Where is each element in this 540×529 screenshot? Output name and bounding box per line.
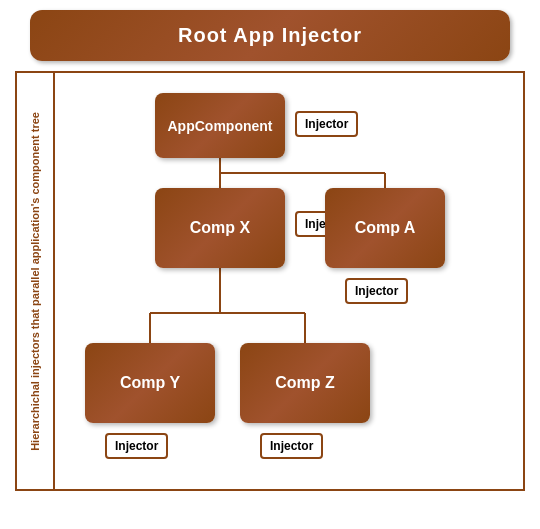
diagram-area: Hierarchichal injectors that parallel ap…	[15, 71, 525, 491]
comp-a-injector: Injector	[345, 278, 408, 304]
root-banner: Root App Injector	[30, 10, 510, 61]
app-component-label: AppComponent	[168, 118, 273, 134]
comp-a-node: Comp A	[325, 188, 445, 268]
connector-lines	[55, 73, 523, 489]
comp-z-node: Comp Z	[240, 343, 370, 423]
sidebar-text: Hierarchichal injectors that parallel ap…	[28, 112, 42, 451]
comp-z-injector: Injector	[260, 433, 323, 459]
comp-x-label: Comp X	[190, 219, 250, 237]
comp-y-node: Comp Y	[85, 343, 215, 423]
root-banner-title: Root App Injector	[178, 24, 362, 46]
comp-y-injector: Injector	[105, 433, 168, 459]
tree-content: AppComponent Injector Comp X Injector Co…	[55, 73, 523, 489]
comp-a-label: Comp A	[355, 219, 416, 237]
main-container: Root App Injector Hierarchichal injector…	[0, 0, 540, 529]
sidebar: Hierarchichal injectors that parallel ap…	[17, 73, 55, 489]
app-component-node: AppComponent	[155, 93, 285, 158]
comp-y-label: Comp Y	[120, 374, 180, 392]
comp-z-label: Comp Z	[275, 374, 335, 392]
app-component-injector: Injector	[295, 111, 358, 137]
comp-x-node: Comp X	[155, 188, 285, 268]
